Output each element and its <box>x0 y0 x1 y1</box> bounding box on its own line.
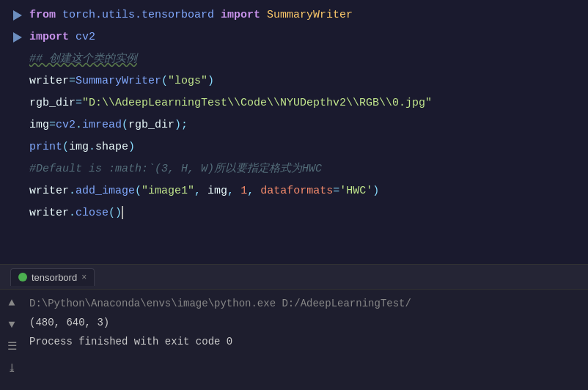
code-content: writer.add_image("image1", img, 1, dataf… <box>29 180 588 202</box>
token-punc: ( <box>62 141 69 153</box>
token-punc: , <box>194 185 207 197</box>
token-mod: cv2 <box>76 31 95 43</box>
code-content: #Default is :math:`(3, H, W)所以要指定格式为HWC <box>29 158 588 180</box>
token-num: 1 <box>240 185 247 197</box>
token-punc: ); <box>174 119 188 131</box>
code-line: writer.add_image("image1", img, 1, dataf… <box>0 180 588 202</box>
token-var: shape <box>95 141 128 153</box>
scroll-up-icon[interactable]: ▲ <box>4 295 19 312</box>
terminal-area: tensorbord × ▲ ▼ ☰ ⤓ D:\Python\Anaconda\… <box>0 264 588 390</box>
code-content: writer.close() <box>29 202 588 224</box>
token-punc: ) <box>372 185 379 197</box>
list-icon[interactable]: ☰ <box>4 339 19 356</box>
tab-dot <box>18 273 27 282</box>
token-kw-from: from <box>29 9 62 21</box>
code-content: writer=SummaryWriter("logs") <box>29 70 588 92</box>
token-kw-import2: import <box>29 31 76 43</box>
token-punc: , <box>227 185 240 197</box>
token-punc: . <box>76 119 82 131</box>
token-comment: #Default is :math:`(3, H, W)所以要指定格式为HWC <box>29 163 322 175</box>
token-fn: SummaryWriter <box>76 75 161 87</box>
code-content: print(img.shape) <box>29 136 588 158</box>
editor-area[interactable]: from torch.utils.tensorboard import Summ… <box>0 0 588 264</box>
terminal-line: Process finished with exit code 0 <box>0 332 588 351</box>
code-line: writer=SummaryWriter("logs") <box>0 70 588 92</box>
scroll-down-icon[interactable]: ▼ <box>4 317 19 334</box>
token-punc: . <box>89 141 95 153</box>
token-mod: torch.utils.tensorboard <box>62 9 221 21</box>
token-punc: = <box>76 97 82 109</box>
code-content: from torch.utils.tensorboard import Summ… <box>29 4 588 26</box>
token-str: "logs" <box>168 75 207 87</box>
download-icon[interactable]: ⤓ <box>4 361 19 378</box>
token-param: dataformats <box>260 185 333 197</box>
code-line: rgb_dir="D:\\AdeepLearningTest\\Code\\NY… <box>0 92 588 114</box>
token-punc: ( <box>122 119 128 131</box>
terminal-tab[interactable]: tensorbord × <box>10 268 95 286</box>
token-punc: = <box>49 119 56 131</box>
token-str: "image1" <box>142 185 194 197</box>
terminal-line: (480, 640, 3) <box>0 313 588 332</box>
token-var: rgb_dir <box>128 119 174 131</box>
token-fn: print <box>29 141 62 153</box>
token-var: img <box>29 119 49 131</box>
token-punc: ( <box>135 185 142 197</box>
text-cursor <box>122 206 123 219</box>
token-comment-zh: ## 创建这个类的实例 <box>29 53 137 65</box>
token-var: writer <box>29 185 69 197</box>
token-var: writer <box>29 75 69 87</box>
code-content: import cv2 <box>29 26 588 48</box>
token-var: img <box>69 141 89 153</box>
token-punc: , <box>247 185 260 197</box>
code-line: #Default is :math:`(3, H, W)所以要指定格式为HWC <box>0 158 588 180</box>
token-punc: ( <box>161 75 168 87</box>
code-line: writer.close() <box>0 202 588 224</box>
token-cls: SummaryWriter <box>267 9 353 21</box>
terminal-tab-bar: tensorbord × <box>0 265 588 290</box>
token-punc: () <box>109 207 122 219</box>
token-fn: add_image <box>76 185 135 197</box>
breakpoint-arrow-icon <box>13 10 22 21</box>
token-punc: ) <box>128 141 135 153</box>
code-content: ## 创建这个类的实例 <box>29 48 588 70</box>
code-line: img=cv2.imread(rgb_dir); <box>0 114 588 136</box>
token-str: 'HWC' <box>339 185 372 197</box>
token-punc: = <box>69 75 76 87</box>
token-var: img <box>207 185 227 197</box>
token-var: writer <box>29 207 69 219</box>
code-line: print(img.shape) <box>0 136 588 158</box>
code-line: ## 创建这个类的实例 <box>0 48 588 70</box>
code-content: img=cv2.imread(rgb_dir); <box>29 114 588 136</box>
line-gutter <box>0 32 29 43</box>
token-fn: close <box>76 207 109 219</box>
tab-close-button[interactable]: × <box>81 272 87 282</box>
terminal-side-icons: ▲ ▼ ☰ ⤓ <box>4 295 19 378</box>
code-line: from torch.utils.tensorboard import Summ… <box>0 4 588 26</box>
breakpoint-arrow-icon <box>13 32 22 43</box>
token-punc: ) <box>207 75 214 87</box>
token-kw-import: import <box>221 9 267 21</box>
token-var: rgb_dir <box>29 97 76 109</box>
code-content: rgb_dir="D:\\AdeepLearningTest\\Code\\NY… <box>29 92 588 114</box>
token-str: "D:\\AdeepLearningTest\\Code\\NYUDepthv2… <box>82 97 432 109</box>
token-fn: imread <box>82 119 122 131</box>
terminal-line: D:\Python\Anaconda\envs\image\python.exe… <box>0 294 588 313</box>
token-mod: cv2 <box>56 119 76 131</box>
token-punc: . <box>69 207 76 219</box>
code-line: import cv2 <box>0 26 588 48</box>
tab-label: tensorbord <box>32 272 77 283</box>
line-gutter <box>0 10 29 21</box>
token-punc: = <box>333 185 339 197</box>
token-punc: . <box>69 185 76 197</box>
terminal-content: D:\Python\Anaconda\envs\image\python.exe… <box>0 290 588 351</box>
